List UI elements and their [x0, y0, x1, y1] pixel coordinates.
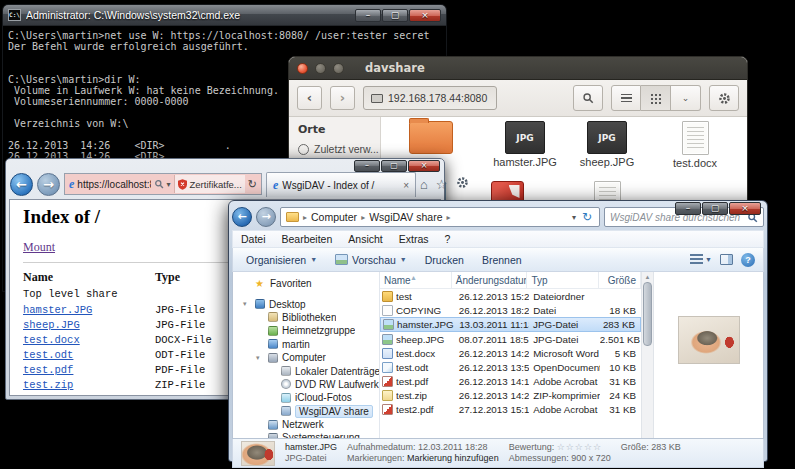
maximize-button[interactable]: ▢: [382, 9, 408, 22]
tree-item-label[interactable]: Favoriten: [270, 278, 312, 289]
file-row[interactable]: test.zip 26.12.2013 14:22 ZIP-komprimier…: [380, 388, 641, 402]
column-header-name[interactable]: Name▲: [380, 272, 452, 289]
address-dropdown-caret[interactable]: ▾: [167, 180, 171, 189]
dav-file-link[interactable]: test.odt: [23, 349, 73, 361]
breadcrumb-current[interactable]: WsgiDAV share: [369, 211, 442, 223]
column-header-size[interactable]: Größe: [599, 272, 641, 289]
forward-button[interactable]: ›: [330, 86, 355, 110]
tree-item[interactable]: Netzwerk: [239, 418, 379, 431]
tree-item-label[interactable]: Computer: [282, 352, 326, 363]
close-tab-icon[interactable]: ×: [403, 180, 409, 191]
dav-file-link[interactable]: sheep.JPG: [23, 319, 80, 331]
view-options-button[interactable]: ⌄: [671, 85, 701, 111]
cmd-titlebar[interactable]: C:\ Administrator: C:\Windows\system32\c…: [3, 5, 446, 26]
file-row[interactable]: COPYING 26.12.2013 18:22 Datei 18 KB: [380, 303, 641, 317]
refresh-icon[interactable]: ↻: [580, 210, 594, 224]
back-button[interactable]: ←: [232, 207, 252, 227]
tree-item[interactable]: iCloud-Fotos: [239, 391, 379, 404]
tree-item[interactable]: WsgiDAV share: [239, 405, 379, 418]
list-view-button[interactable]: [611, 85, 641, 111]
menu-item[interactable]: Ansicht: [340, 233, 390, 245]
tree-item-label[interactable]: iCloud-Fotos: [295, 392, 352, 403]
file-row[interactable]: hamster.JPG 13.03.2011 11:13 JPG-Datei 2…: [380, 317, 641, 332]
file-row[interactable]: test.odt 26.12.2013 13:55 OpenDocument T…: [380, 360, 641, 374]
tree-item[interactable]: Favoriten: [239, 277, 379, 290]
tree-item[interactable]: DVD RW Laufwerk (D:): [239, 378, 379, 391]
file-grid-item[interactable]: sheep.JPG: [563, 121, 651, 168]
organize-button[interactable]: Organisieren ▼: [237, 254, 326, 266]
address-bar[interactable]: e https://localhost:8080/ ▾ Zertifikatfe…: [64, 173, 262, 195]
forward-button[interactable]: →: [37, 173, 60, 196]
tree-item-label[interactable]: DVD RW Laufwerk (D:): [295, 379, 379, 390]
tree-item[interactable]: Desktop: [239, 297, 379, 310]
vertical-scrollbar[interactable]: ▲: [641, 272, 653, 438]
dav-file-link[interactable]: test.pdf: [23, 364, 73, 376]
maximize-button[interactable]: ▢: [702, 202, 728, 215]
tree-item-label[interactable]: Desktop: [269, 299, 306, 310]
refresh-icon[interactable]: ↻: [248, 178, 257, 191]
breadcrumb[interactable]: ▸ Computer ▸ WsgiDAV share ▸ ▾ ↻: [280, 207, 600, 227]
search-icon[interactable]: [154, 179, 164, 189]
breadcrumb-computer[interactable]: Computer: [311, 211, 357, 223]
menu-item[interactable]: Extras: [391, 233, 437, 245]
close-button[interactable]: ×: [729, 202, 761, 215]
menu-item[interactable]: Bearbeiten: [274, 233, 341, 245]
favorites-star-icon[interactable]: ☆: [436, 177, 448, 192]
menu-item[interactable]: ?: [437, 233, 459, 245]
tree-item-label[interactable]: Bibliotheken: [282, 312, 336, 323]
tree-item[interactable]: Computer: [239, 351, 379, 364]
history-dropdown-caret[interactable]: ▾: [572, 213, 576, 222]
minimize-button[interactable]: –: [355, 9, 381, 22]
dav-file-link[interactable]: hamster.JPG: [23, 304, 92, 316]
scrollbar-thumb[interactable]: [643, 282, 652, 346]
back-button[interactable]: ‹: [297, 86, 322, 110]
column-header-type[interactable]: Typ: [527, 272, 599, 289]
home-icon[interactable]: ⌂: [420, 177, 428, 192]
tree-item[interactable]: Bibliotheken: [239, 311, 379, 324]
file-grid-item[interactable]: test.docx: [651, 121, 739, 169]
browser-tab[interactable]: e WsgiDAV - Index of / ×: [266, 172, 416, 197]
menu-item[interactable]: Datei: [233, 233, 274, 245]
close-button[interactable]: [297, 63, 308, 74]
preview-pane-icon[interactable]: [720, 254, 733, 265]
tools-gear-icon[interactable]: [456, 176, 469, 192]
dav-file-link[interactable]: test.docx: [23, 334, 80, 346]
settings-button[interactable]: [709, 85, 739, 111]
url-text[interactable]: https://localhost:8080/: [77, 179, 150, 190]
back-button[interactable]: ←: [10, 173, 33, 196]
file-row[interactable]: test2.pdf 27.12.2013 15:10 Adobe Acrobat…: [380, 402, 641, 416]
expander-icon[interactable]: [256, 354, 264, 362]
minimize-button[interactable]: [315, 63, 326, 74]
sidebar-place-item[interactable]: Zuletzt verw...: [298, 143, 380, 155]
expander-icon[interactable]: [243, 300, 251, 308]
close-button[interactable]: ×: [409, 9, 441, 22]
minimize-button[interactable]: –: [354, 160, 380, 172]
help-icon[interactable]: ?: [741, 253, 755, 267]
tree-item[interactable]: martin: [239, 338, 379, 351]
tree-item[interactable]: Lokaler Datenträger (C:): [239, 364, 379, 377]
dav-file-link[interactable]: test.zip: [23, 379, 73, 391]
file-grid-item[interactable]: hamster.JPG: [481, 121, 569, 168]
change-view-button[interactable]: ▼: [690, 254, 712, 265]
scroll-up-icon[interactable]: ▲: [645, 274, 651, 280]
print-button[interactable]: Drucken: [416, 254, 473, 266]
minimize-button[interactable]: –: [675, 202, 701, 215]
tree-item-label[interactable]: martin: [282, 339, 310, 350]
tree-item-label[interactable]: Netzwerk: [282, 419, 324, 430]
grid-view-button[interactable]: [641, 85, 671, 111]
tree-item-label[interactable]: Lokaler Datenträger (C:): [295, 366, 379, 377]
preview-button[interactable]: Vorschau ▼: [326, 254, 416, 266]
tree-item[interactable]: Systemsteuerung: [239, 431, 379, 438]
maximize-button[interactable]: ▢: [381, 160, 407, 172]
forward-button[interactable]: →: [256, 207, 276, 227]
maximize-button[interactable]: [333, 63, 344, 74]
close-button[interactable]: ×: [408, 160, 440, 172]
file-row[interactable]: test 26.12.2013 15:23 Dateiordner: [380, 289, 641, 303]
tree-item-label[interactable]: Heimnetzgruppe: [282, 325, 355, 336]
search-button[interactable]: [573, 85, 603, 111]
nautilus-titlebar[interactable]: davshare: [289, 57, 747, 80]
tree-item-label[interactable]: WsgiDAV share: [295, 405, 373, 418]
rating-stars[interactable]: ☆☆☆☆☆: [557, 442, 602, 452]
burn-button[interactable]: Brennen: [473, 254, 531, 266]
mount-link[interactable]: Mount: [23, 240, 55, 254]
